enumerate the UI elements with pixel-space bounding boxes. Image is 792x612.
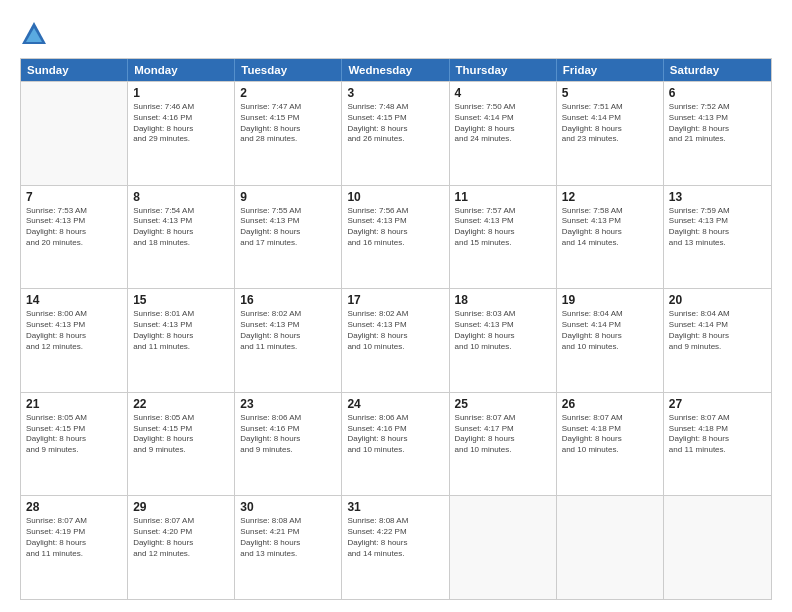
cell-line: Sunrise: 8:02 AM [240, 309, 336, 320]
cell-line: Sunrise: 7:56 AM [347, 206, 443, 217]
cell-line: Sunset: 4:16 PM [347, 424, 443, 435]
cell-line: Sunset: 4:13 PM [669, 216, 766, 227]
cell-line: Sunrise: 7:53 AM [26, 206, 122, 217]
cell-line: Sunset: 4:15 PM [133, 424, 229, 435]
cell-line: Daylight: 8 hours [26, 434, 122, 445]
day-number: 27 [669, 397, 766, 411]
day-number: 6 [669, 86, 766, 100]
cal-cell: 11Sunrise: 7:57 AMSunset: 4:13 PMDayligh… [450, 186, 557, 289]
cell-line: and 10 minutes. [455, 342, 551, 353]
cal-header-cell: Saturday [664, 59, 771, 81]
cell-line: Daylight: 8 hours [347, 434, 443, 445]
cell-line: and 11 minutes. [26, 549, 122, 560]
cell-line: Sunset: 4:17 PM [455, 424, 551, 435]
cell-line: Daylight: 8 hours [455, 124, 551, 135]
cell-line: Sunset: 4:16 PM [133, 113, 229, 124]
cell-line: Sunrise: 7:48 AM [347, 102, 443, 113]
cell-line: Sunset: 4:14 PM [562, 320, 658, 331]
cell-line: Sunset: 4:15 PM [347, 113, 443, 124]
day-number: 9 [240, 190, 336, 204]
cal-header-cell: Wednesday [342, 59, 449, 81]
day-number: 14 [26, 293, 122, 307]
cell-line: Sunrise: 8:08 AM [240, 516, 336, 527]
cell-line: Daylight: 8 hours [133, 538, 229, 549]
cell-line: Sunrise: 8:06 AM [240, 413, 336, 424]
day-number: 16 [240, 293, 336, 307]
cell-line: Daylight: 8 hours [133, 227, 229, 238]
cell-line: Daylight: 8 hours [133, 434, 229, 445]
cal-cell: 25Sunrise: 8:07 AMSunset: 4:17 PMDayligh… [450, 393, 557, 496]
cell-line: Daylight: 8 hours [26, 538, 122, 549]
cal-cell [21, 82, 128, 185]
cell-line: Sunset: 4:13 PM [26, 216, 122, 227]
cell-line: Sunrise: 7:50 AM [455, 102, 551, 113]
cal-row: 1Sunrise: 7:46 AMSunset: 4:16 PMDaylight… [21, 81, 771, 185]
day-number: 1 [133, 86, 229, 100]
cell-line: Daylight: 8 hours [562, 331, 658, 342]
cell-line: Sunset: 4:13 PM [455, 216, 551, 227]
cell-line: Daylight: 8 hours [26, 227, 122, 238]
cell-line: Sunset: 4:13 PM [347, 216, 443, 227]
day-number: 30 [240, 500, 336, 514]
day-number: 10 [347, 190, 443, 204]
cell-line: and 10 minutes. [562, 445, 658, 456]
cell-line: Sunrise: 7:57 AM [455, 206, 551, 217]
cal-row: 28Sunrise: 8:07 AMSunset: 4:19 PMDayligh… [21, 495, 771, 599]
cell-line: and 10 minutes. [455, 445, 551, 456]
cell-line: Sunrise: 8:04 AM [562, 309, 658, 320]
cell-line: Sunrise: 7:55 AM [240, 206, 336, 217]
cell-line: Sunset: 4:14 PM [669, 320, 766, 331]
cal-cell: 4Sunrise: 7:50 AMSunset: 4:14 PMDaylight… [450, 82, 557, 185]
cal-cell: 30Sunrise: 8:08 AMSunset: 4:21 PMDayligh… [235, 496, 342, 599]
cell-line: Sunset: 4:16 PM [240, 424, 336, 435]
day-number: 4 [455, 86, 551, 100]
cell-line: Sunset: 4:13 PM [455, 320, 551, 331]
cal-cell: 21Sunrise: 8:05 AMSunset: 4:15 PMDayligh… [21, 393, 128, 496]
cal-cell: 10Sunrise: 7:56 AMSunset: 4:13 PMDayligh… [342, 186, 449, 289]
cell-line: and 12 minutes. [26, 342, 122, 353]
cell-line: Sunset: 4:13 PM [669, 113, 766, 124]
cell-line: Sunrise: 8:05 AM [133, 413, 229, 424]
cal-cell: 29Sunrise: 8:07 AMSunset: 4:20 PMDayligh… [128, 496, 235, 599]
cell-line: Sunrise: 8:03 AM [455, 309, 551, 320]
cell-line: Sunset: 4:21 PM [240, 527, 336, 538]
cell-line: Sunrise: 8:04 AM [669, 309, 766, 320]
cell-line: and 23 minutes. [562, 134, 658, 145]
cal-cell: 14Sunrise: 8:00 AMSunset: 4:13 PMDayligh… [21, 289, 128, 392]
cell-line: Sunrise: 7:47 AM [240, 102, 336, 113]
cell-line: Sunset: 4:13 PM [240, 320, 336, 331]
cell-line: Sunset: 4:18 PM [562, 424, 658, 435]
day-number: 23 [240, 397, 336, 411]
cal-row: 14Sunrise: 8:00 AMSunset: 4:13 PMDayligh… [21, 288, 771, 392]
cell-line: Sunset: 4:13 PM [133, 320, 229, 331]
cal-cell: 9Sunrise: 7:55 AMSunset: 4:13 PMDaylight… [235, 186, 342, 289]
cal-header-cell: Monday [128, 59, 235, 81]
cal-row: 21Sunrise: 8:05 AMSunset: 4:15 PMDayligh… [21, 392, 771, 496]
cell-line: Daylight: 8 hours [562, 124, 658, 135]
cell-line: Daylight: 8 hours [347, 227, 443, 238]
cal-cell: 13Sunrise: 7:59 AMSunset: 4:13 PMDayligh… [664, 186, 771, 289]
cal-cell: 5Sunrise: 7:51 AMSunset: 4:14 PMDaylight… [557, 82, 664, 185]
cell-line: Sunset: 4:14 PM [455, 113, 551, 124]
day-number: 19 [562, 293, 658, 307]
cell-line: and 14 minutes. [347, 549, 443, 560]
cal-header-cell: Friday [557, 59, 664, 81]
cell-line: and 11 minutes. [240, 342, 336, 353]
cell-line: and 12 minutes. [133, 549, 229, 560]
cell-line: Daylight: 8 hours [26, 331, 122, 342]
cell-line: and 14 minutes. [562, 238, 658, 249]
cell-line: Sunrise: 8:07 AM [26, 516, 122, 527]
cal-cell [450, 496, 557, 599]
cell-line: and 9 minutes. [240, 445, 336, 456]
cal-cell: 3Sunrise: 7:48 AMSunset: 4:15 PMDaylight… [342, 82, 449, 185]
day-number: 11 [455, 190, 551, 204]
cell-line: Sunset: 4:20 PM [133, 527, 229, 538]
cal-cell: 20Sunrise: 8:04 AMSunset: 4:14 PMDayligh… [664, 289, 771, 392]
cell-line: Sunset: 4:13 PM [133, 216, 229, 227]
cell-line: and 13 minutes. [240, 549, 336, 560]
cal-cell: 15Sunrise: 8:01 AMSunset: 4:13 PMDayligh… [128, 289, 235, 392]
cell-line: Daylight: 8 hours [455, 227, 551, 238]
day-number: 28 [26, 500, 122, 514]
calendar-body: 1Sunrise: 7:46 AMSunset: 4:16 PMDaylight… [21, 81, 771, 599]
cell-line: and 10 minutes. [347, 445, 443, 456]
